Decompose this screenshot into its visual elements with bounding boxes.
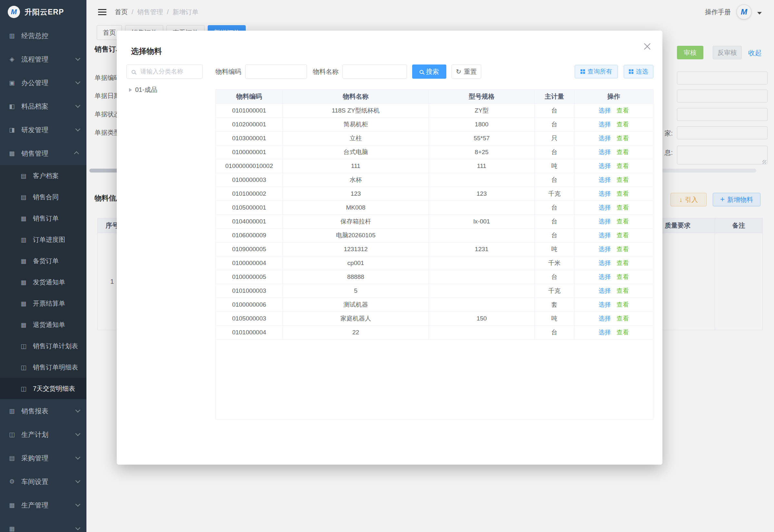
material-name-cell: 立柱 — [283, 132, 429, 145]
material-row: 0105000003家庭机器人150吨选择查看 — [216, 312, 653, 326]
material-ops-cell: 选择查看 — [574, 145, 653, 159]
select-link[interactable]: 选择 — [599, 273, 611, 281]
view-link[interactable]: 查看 — [617, 217, 629, 226]
material-column-header: 操作 — [574, 90, 653, 104]
material-row: 010900000512313121231吨选择查看 — [216, 242, 653, 256]
material-name-cell: 保存箱拉杆 — [283, 215, 429, 229]
material-row: 0100000004cp001千米选择查看 — [216, 256, 653, 270]
material-code-cell: 0101000001 — [216, 104, 283, 118]
material-code-input[interactable] — [245, 64, 307, 79]
material-name-cell: 家庭机器人 — [283, 312, 429, 326]
material-spec-cell — [429, 229, 535, 242]
select-link[interactable]: 选择 — [599, 300, 611, 309]
material-unit-cell: 千克 — [535, 284, 574, 298]
material-table: 物料编码物料名称型号规格主计量操作 0101000001118S ZY型纸杯机Z… — [215, 89, 653, 419]
material-row: 0101000002123123千克选择查看 — [216, 187, 653, 201]
material-name-cell: 测试机器 — [283, 298, 429, 312]
select-link[interactable]: 选择 — [599, 259, 611, 267]
material-name-cell: 水杯 — [283, 173, 429, 187]
select-link[interactable]: 选择 — [599, 162, 611, 170]
material-name-cell: 简易机柜 — [283, 118, 429, 132]
select-link[interactable]: 选择 — [599, 245, 611, 253]
material-spec-cell — [429, 201, 535, 215]
material-row: 0102000001简易机柜1800台选择查看 — [216, 118, 653, 132]
select-link[interactable]: 选择 — [599, 176, 611, 184]
material-name-cell: 5 — [283, 284, 429, 298]
material-spec-cell: lx-001 — [429, 215, 535, 229]
view-link[interactable]: 查看 — [617, 328, 629, 337]
material-code-cell: 0100000006 — [216, 298, 283, 312]
select-link[interactable]: 选择 — [599, 314, 611, 323]
material-unit-cell: 台 — [535, 326, 574, 340]
material-spec-cell: 123 — [429, 187, 535, 201]
select-link[interactable]: 选择 — [599, 134, 611, 143]
material-code-cell: 0104000001 — [216, 215, 283, 229]
material-ops-cell: 选择查看 — [574, 201, 653, 215]
material-ops-cell: 选择查看 — [574, 187, 653, 201]
select-link[interactable]: 选择 — [599, 106, 611, 115]
material-code-cell: 0105000001 — [216, 201, 283, 215]
view-link[interactable]: 查看 — [617, 203, 629, 212]
view-link[interactable]: 查看 — [617, 120, 629, 129]
select-link[interactable]: 选择 — [599, 120, 611, 129]
material-code-cell: 0101000002 — [216, 187, 283, 201]
material-spec-cell: 1800 — [429, 118, 535, 132]
material-name-cell: 118S ZY型纸杯机 — [283, 104, 429, 118]
material-spec-cell: ZY型 — [429, 104, 535, 118]
multi-select-button[interactable]: 连选 — [624, 65, 653, 78]
material-code-label: 物料编码 — [215, 64, 241, 79]
material-code-cell: 0102000001 — [216, 118, 283, 132]
material-unit-cell: 台 — [535, 270, 574, 284]
material-spec-cell: 8+25 — [429, 145, 535, 159]
material-unit-cell: 台 — [535, 145, 574, 159]
material-code-cell: 0100000003 — [216, 173, 283, 187]
material-unit-cell: 套 — [535, 298, 574, 312]
select-link[interactable]: 选择 — [599, 148, 611, 156]
material-ops-cell: 选择查看 — [574, 132, 653, 145]
material-spec-cell: 1231 — [429, 242, 535, 256]
reset-button[interactable]: ↻ 重置 — [451, 64, 481, 79]
search-button[interactable]: 搜索 — [412, 64, 446, 79]
select-link[interactable]: 选择 — [599, 190, 611, 198]
view-link[interactable]: 查看 — [617, 176, 629, 184]
material-unit-cell: 吨 — [535, 312, 574, 326]
view-link[interactable]: 查看 — [617, 134, 629, 143]
reset-button-label: 重置 — [464, 67, 477, 76]
view-link[interactable]: 查看 — [617, 300, 629, 309]
refresh-icon: ↻ — [456, 68, 461, 75]
view-link[interactable]: 查看 — [617, 148, 629, 156]
material-code-cell: 0100000004 — [216, 256, 283, 270]
category-tree-node[interactable]: 01-成品 — [129, 85, 157, 94]
tree-expand-caret-icon[interactable] — [129, 88, 132, 92]
select-link[interactable]: 选择 — [599, 231, 611, 240]
view-link[interactable]: 查看 — [617, 273, 629, 281]
view-link[interactable]: 查看 — [617, 231, 629, 240]
material-table-header: 物料编码物料名称型号规格主计量操作 — [216, 90, 653, 104]
material-code-cell: 0109000005 — [216, 242, 283, 256]
material-name-cell: 电脑20260105 — [283, 229, 429, 242]
view-link[interactable]: 查看 — [617, 314, 629, 323]
material-ops-cell: 选择查看 — [574, 270, 653, 284]
view-link[interactable]: 查看 — [617, 190, 629, 198]
view-link[interactable]: 查看 — [617, 162, 629, 170]
material-row: 0101000001118S ZY型纸杯机ZY型台选择查看 — [216, 104, 653, 118]
material-unit-cell: 吨 — [535, 159, 574, 173]
view-link[interactable]: 查看 — [617, 259, 629, 267]
view-link[interactable]: 查看 — [617, 245, 629, 253]
category-search-input[interactable] — [126, 64, 203, 79]
material-unit-cell: 千克 — [535, 187, 574, 201]
select-link[interactable]: 选择 — [599, 287, 611, 295]
query-all-button[interactable]: 查询所有 — [575, 65, 618, 78]
material-name-input[interactable] — [342, 64, 407, 79]
material-row: 010100000422台选择查看 — [216, 326, 653, 340]
select-link[interactable]: 选择 — [599, 328, 611, 337]
material-spec-cell: 111 — [429, 159, 535, 173]
select-link[interactable]: 选择 — [599, 217, 611, 226]
material-name-cell: 台式电脑 — [283, 145, 429, 159]
select-link[interactable]: 选择 — [599, 203, 611, 212]
view-link[interactable]: 查看 — [617, 287, 629, 295]
material-unit-cell: 台 — [535, 118, 574, 132]
close-icon[interactable] — [643, 42, 651, 51]
dialog-title: 选择物料 — [131, 46, 162, 56]
view-link[interactable]: 查看 — [617, 106, 629, 115]
